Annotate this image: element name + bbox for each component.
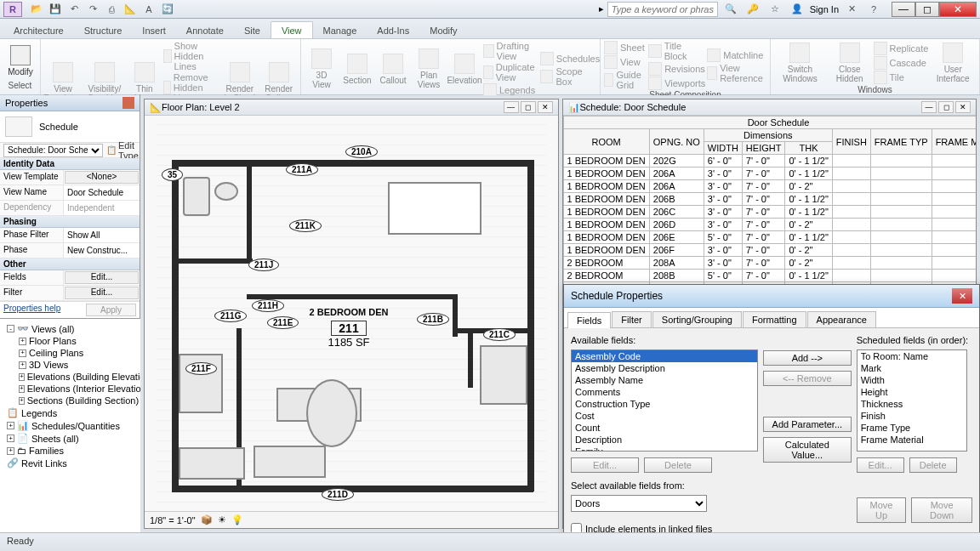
edit-scheduled-button[interactable]: Edit... (857, 457, 904, 473)
signin-link[interactable]: Sign In (810, 4, 839, 14)
move-up-button[interactable]: Move Up (857, 497, 907, 523)
door-tag[interactable]: 211F (185, 362, 217, 375)
list-item[interactable]: Count (572, 422, 757, 434)
list-item[interactable]: Mark (858, 362, 966, 374)
list-item[interactable]: Assembly Name (572, 374, 757, 386)
properties-type[interactable]: Schedule (0, 111, 140, 143)
status-icon[interactable]: 💡 (231, 514, 243, 525)
view-template-field[interactable]: <None> (65, 171, 139, 184)
viewports-button[interactable]: Viewports (648, 77, 705, 90)
tab-addins[interactable]: Add-Ins (367, 22, 419, 38)
help-icon[interactable]: ? (866, 3, 881, 16)
properties-help-link[interactable]: Properties help (3, 304, 60, 316)
matchline-button[interactable]: Matchline (707, 48, 766, 62)
status-icon[interactable]: 📦 (201, 514, 213, 525)
tree-floor-plans[interactable]: +Floor Plans (3, 335, 137, 347)
door-tag[interactable]: 211H (252, 299, 284, 312)
search-input[interactable] (607, 2, 718, 17)
add-button[interactable]: Add --> (763, 350, 852, 366)
list-item[interactable]: Thickness (858, 398, 966, 410)
door-tag[interactable]: 211A (286, 163, 318, 176)
sched-minimize-button[interactable]: — (921, 101, 937, 113)
title-block-button[interactable]: Title Block (648, 41, 705, 61)
tree-elevations-bldg[interactable]: +Elevations (Building Elevation) (3, 371, 137, 383)
door-tag[interactable]: 211D (322, 488, 354, 501)
edit-type-button[interactable]: 📋 Edit Type (106, 140, 139, 161)
fp-close-button[interactable]: ✕ (538, 101, 553, 113)
tab-view[interactable]: View (271, 21, 313, 38)
tree-schedules[interactable]: +📊 Schedules/Quantities (3, 419, 137, 432)
maximize-button[interactable]: ◻ (915, 2, 939, 17)
list-item[interactable]: Cost (572, 410, 757, 422)
open-icon[interactable]: 📂 (29, 3, 44, 16)
list-item[interactable]: Description (572, 434, 757, 446)
key-icon[interactable]: 🔑 (745, 3, 761, 16)
category-select[interactable]: Doors (571, 495, 707, 512)
redo-icon[interactable]: ↷ (85, 3, 100, 16)
available-fields-list[interactable]: Assembly CodeAssembly DescriptionAssembl… (571, 349, 758, 452)
view-name-field[interactable]: Door Schedule (64, 185, 140, 200)
delete-scheduled-button[interactable]: Delete (909, 457, 957, 473)
print-icon[interactable]: ⎙ (104, 3, 119, 16)
properties-close-icon[interactable] (122, 97, 134, 109)
guide-grid-button[interactable]: Guide Grid (604, 70, 647, 90)
view-button[interactable]: View (604, 55, 647, 69)
door-tag[interactable]: 210A (345, 145, 378, 158)
door-tag[interactable]: 211E (267, 316, 299, 329)
dtab-formatting[interactable]: Formatting (743, 311, 806, 327)
user-interface-button[interactable]: User Interface (930, 41, 976, 85)
app-logo[interactable]: R (3, 2, 22, 17)
door-tag[interactable]: 211C (483, 328, 516, 341)
minimize-button[interactable]: — (892, 2, 915, 17)
list-item[interactable]: Construction Type (572, 398, 757, 410)
plan-views-button[interactable]: Plan Views (412, 47, 446, 91)
elevation-button[interactable]: Elevation (447, 52, 481, 87)
tab-modify[interactable]: Modify (419, 22, 467, 38)
list-item[interactable]: To Room: Name (858, 350, 966, 362)
tree-ceiling-plans[interactable]: +Ceiling Plans (3, 347, 137, 359)
save-icon[interactable]: 💾 (48, 3, 63, 16)
door-tag[interactable]: 211B (417, 313, 449, 326)
phase-filter-field[interactable]: Show All (64, 228, 140, 242)
phase-field[interactable]: New Construc... (64, 243, 140, 258)
tree-sections[interactable]: +Sections (Building Section) (3, 395, 137, 406)
list-item[interactable]: Assembly Code (572, 350, 757, 362)
tree-revit-links[interactable]: 🔗 Revit Links (3, 457, 137, 469)
edit-field-button[interactable]: Edit... (571, 457, 639, 473)
remove-button[interactable]: <-- Remove (763, 371, 852, 386)
list-item[interactable]: Frame Material (858, 434, 966, 446)
apply-button[interactable]: Apply (86, 304, 136, 316)
fp-minimize-button[interactable]: — (504, 101, 519, 113)
fields-edit-button[interactable]: Edit... (65, 271, 139, 284)
tree-sheets[interactable]: +📄 Sheets (all) (3, 432, 137, 445)
tab-manage[interactable]: Manage (313, 22, 368, 38)
drafting-view-button[interactable]: Drafting View (483, 41, 538, 61)
switch-windows-button[interactable]: Switch Windows (774, 41, 826, 85)
modify-button[interactable]: Modify (3, 43, 37, 78)
tab-site[interactable]: Site (234, 22, 271, 38)
instance-selector[interactable]: Schedule: Door Sche (3, 144, 103, 157)
dtab-fields[interactable]: Fields (567, 312, 611, 328)
3d-view-button[interactable]: 3D View (305, 47, 339, 91)
tab-annotate[interactable]: Annotate (176, 22, 234, 38)
view-reference-button[interactable]: View Reference (707, 63, 766, 83)
tree-families[interactable]: +🗀 Families (3, 445, 137, 457)
schedules-button[interactable]: Schedules (540, 52, 600, 65)
dialog-close-button[interactable]: ✕ (952, 288, 972, 304)
callout-button[interactable]: Callout (376, 52, 410, 87)
sheet-button[interactable]: Sheet (604, 41, 647, 54)
delete-field-button[interactable]: Delete (644, 457, 712, 473)
list-item[interactable]: Frame Type (858, 422, 966, 434)
sched-close-button[interactable]: ✕ (955, 101, 971, 113)
tree-elevations-int[interactable]: +Elevations (Interior Elevation) (3, 383, 137, 395)
show-hidden-button[interactable]: Show Hidden Lines (163, 41, 219, 71)
scale-label[interactable]: 1/8" = 1'-0" (150, 515, 196, 525)
tab-insert[interactable]: Insert (132, 22, 176, 38)
replicate-button[interactable]: Replicate (874, 42, 929, 55)
scope-box-button[interactable]: Scope Box (540, 66, 600, 87)
text-icon[interactable]: A (141, 3, 157, 16)
cascade-button[interactable]: Cascade (874, 56, 929, 70)
dtab-appearance[interactable]: Appearance (807, 311, 876, 327)
filter-edit-button[interactable]: Edit... (65, 287, 139, 299)
close-button[interactable]: ✕ (939, 2, 977, 17)
